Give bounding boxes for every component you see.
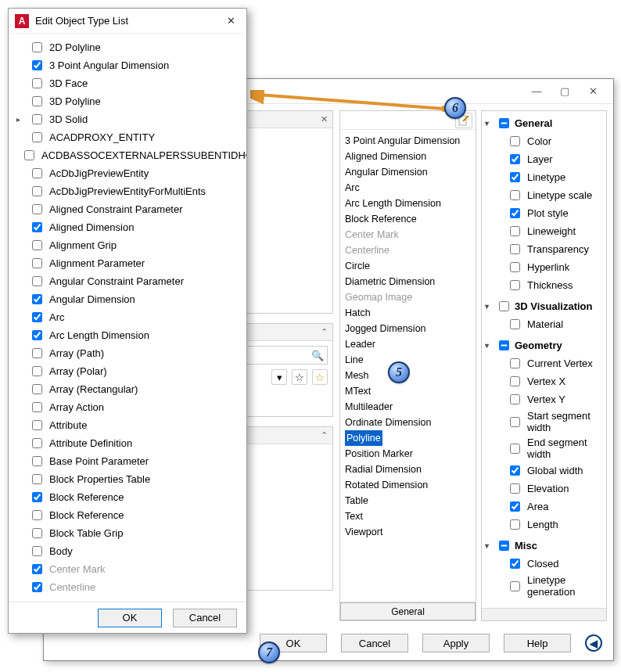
object-list-item[interactable]: Geomap Image bbox=[345, 289, 476, 305]
prop-checkbox[interactable] bbox=[510, 444, 520, 454]
prop-row[interactable]: Closed bbox=[485, 555, 605, 573]
object-list-item[interactable]: Multileader bbox=[345, 399, 476, 415]
maximize-button[interactable]: ▢ bbox=[551, 82, 579, 101]
object-type-row[interactable]: Aligned Dimension bbox=[16, 218, 242, 236]
object-type-row[interactable]: ACADPROXY_ENTITY bbox=[16, 128, 242, 146]
prop-row[interactable]: Thickness bbox=[485, 276, 605, 294]
prop-checkbox[interactable] bbox=[510, 581, 520, 591]
object-list-item[interactable]: Mesh bbox=[345, 368, 476, 383]
object-type-row[interactable]: Array (Polar) bbox=[16, 362, 242, 380]
object-type-checkbox[interactable] bbox=[32, 564, 42, 574]
object-list-item[interactable]: Table bbox=[345, 493, 476, 508]
object-list-item[interactable]: Block Reference bbox=[345, 211, 476, 227]
prop-checkbox[interactable] bbox=[510, 154, 520, 164]
object-type-checkbox[interactable] bbox=[32, 42, 42, 52]
expand-icon-2[interactable]: ⌃ bbox=[321, 430, 328, 440]
prop-row[interactable]: Elevation bbox=[485, 480, 605, 498]
object-type-row[interactable]: AcDbJigPreviewEntity bbox=[16, 164, 242, 182]
object-list-item[interactable]: Leader bbox=[345, 336, 476, 352]
prop-row[interactable]: Vertex X bbox=[485, 372, 605, 390]
prop-row[interactable]: Material bbox=[485, 315, 605, 333]
object-type-checkbox[interactable] bbox=[32, 60, 42, 70]
prop-row[interactable]: Hyperlink bbox=[485, 258, 605, 276]
object-type-checkbox[interactable] bbox=[32, 546, 42, 556]
object-type-row[interactable]: Arc bbox=[16, 308, 242, 326]
object-type-checkbox[interactable] bbox=[32, 258, 42, 268]
object-type-checkbox[interactable] bbox=[32, 240, 42, 250]
object-type-row[interactable]: ▸3D Solid bbox=[16, 110, 242, 128]
fav2-btn[interactable]: ☆ bbox=[312, 369, 328, 385]
prop-checkbox[interactable] bbox=[510, 394, 520, 404]
group-twisty[interactable]: ▾ bbox=[485, 302, 493, 311]
prop-row[interactable]: Area bbox=[485, 498, 605, 516]
prop-row[interactable]: Length bbox=[485, 516, 605, 534]
prop-checkbox[interactable] bbox=[510, 244, 520, 254]
object-type-checkbox[interactable] bbox=[32, 132, 42, 142]
object-list-item[interactable]: Rotated Dimension bbox=[345, 477, 476, 493]
object-list-item[interactable]: Line bbox=[345, 352, 476, 368]
prop-checkbox[interactable] bbox=[510, 280, 520, 290]
prop-checkbox[interactable] bbox=[510, 559, 520, 569]
prop-checkbox[interactable] bbox=[510, 465, 520, 476]
prop-checkbox[interactable] bbox=[510, 319, 520, 329]
object-type-row[interactable]: Block Reference bbox=[16, 488, 242, 506]
object-type-checkbox[interactable] bbox=[32, 456, 42, 466]
object-list-item[interactable]: Jogged Dimension bbox=[345, 321, 476, 336]
object-type-row[interactable]: Block Table Grip bbox=[16, 524, 242, 542]
object-type-row[interactable]: Block Properties Table bbox=[16, 470, 242, 488]
prop-group-head[interactable]: ▾Misc bbox=[485, 537, 605, 555]
object-type-checkbox[interactable] bbox=[32, 276, 42, 286]
prop-row[interactable]: Plot style bbox=[485, 204, 605, 222]
prop-group-head[interactable]: ▾3D Visualization bbox=[485, 297, 605, 315]
object-type-row[interactable]: Angular Dimension bbox=[16, 290, 242, 308]
object-type-row[interactable]: Alignment Parameter bbox=[16, 254, 242, 272]
object-type-footer-button[interactable]: General bbox=[340, 602, 476, 620]
object-list-item[interactable]: Centerline bbox=[345, 243, 476, 258]
prop-checkbox[interactable] bbox=[510, 172, 520, 182]
prop-row[interactable]: Vertex Y bbox=[485, 390, 605, 408]
object-type-row[interactable]: Attribute Definition bbox=[16, 434, 242, 452]
object-type-checkbox[interactable] bbox=[32, 582, 42, 592]
apply-button[interactable]: Apply bbox=[422, 634, 490, 652]
prop-group-head[interactable]: ▾Geometry bbox=[485, 336, 605, 354]
object-list-item[interactable]: Hatch bbox=[345, 305, 476, 321]
object-type-row[interactable]: 3D Face bbox=[16, 74, 242, 92]
fav1-btn[interactable]: ☆ bbox=[292, 369, 307, 385]
object-type-checkbox[interactable] bbox=[32, 510, 42, 520]
object-type-row[interactable]: AcDbJigPreviewEntityForMultiEnts bbox=[16, 182, 242, 200]
group-twisty[interactable]: ▾ bbox=[485, 119, 493, 128]
minimize-button[interactable]: — bbox=[522, 82, 551, 101]
prop-checkbox[interactable] bbox=[510, 376, 520, 386]
object-list-item[interactable]: Angular Dimension bbox=[345, 164, 476, 180]
object-type-checkbox[interactable] bbox=[32, 492, 42, 502]
object-list-item[interactable]: Arc Length Dimension bbox=[345, 196, 476, 211]
object-type-checkbox[interactable] bbox=[32, 204, 42, 214]
object-type-checkbox[interactable] bbox=[32, 330, 42, 340]
prop-group-head[interactable]: ▾General bbox=[485, 114, 605, 132]
fg-ok-button[interactable]: OK bbox=[98, 609, 162, 627]
object-type-row[interactable]: Alignment Grip bbox=[16, 236, 242, 254]
object-type-checkbox[interactable] bbox=[32, 528, 42, 538]
group-twisty[interactable]: ▾ bbox=[485, 341, 493, 350]
object-type-row[interactable]: Array (Rectangular) bbox=[16, 380, 242, 398]
object-type-row[interactable]: Body bbox=[16, 542, 242, 560]
object-type-checkbox[interactable] bbox=[32, 168, 42, 178]
object-type-checkbox[interactable] bbox=[32, 366, 42, 376]
prop-row[interactable]: Global width bbox=[485, 462, 605, 480]
object-type-checkbox[interactable] bbox=[24, 150, 34, 160]
expand-twisty[interactable]: ▸ bbox=[16, 115, 24, 124]
prop-checkbox[interactable] bbox=[510, 262, 520, 272]
prop-checkbox[interactable] bbox=[510, 501, 520, 512]
prop-row[interactable]: Linetype bbox=[485, 168, 605, 186]
object-type-checkbox[interactable] bbox=[32, 420, 42, 430]
prop-checkbox[interactable] bbox=[510, 226, 520, 236]
group-twisty[interactable]: ▾ bbox=[485, 541, 493, 550]
object-list-item[interactable]: MText bbox=[345, 383, 476, 399]
object-type-row[interactable]: ACDBASSOCEXTERNALPERSSUBENTIDHO bbox=[16, 146, 242, 164]
object-list-item[interactable]: Circle bbox=[345, 258, 476, 274]
collapse-icon[interactable]: ✕ bbox=[321, 114, 328, 124]
h-scrollbar[interactable] bbox=[482, 608, 606, 620]
prop-checkbox[interactable] bbox=[510, 190, 520, 200]
object-list-item[interactable]: Position Marker bbox=[345, 446, 476, 462]
fg-close-button[interactable]: ✕ bbox=[221, 15, 240, 27]
